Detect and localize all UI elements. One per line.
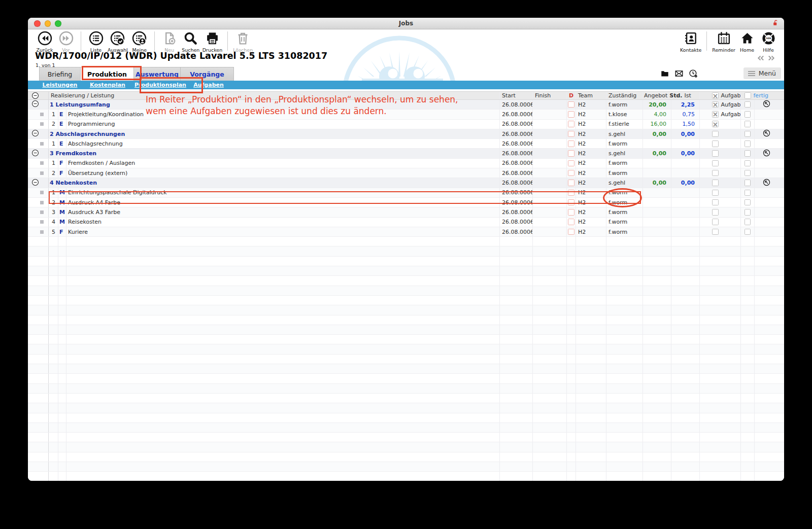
table-row-abschlagsrechnung[interactable]: 1EAbschlagsrechnung26.08.0006H2f.worm	[28, 139, 784, 149]
lock-open-icon[interactable]	[772, 19, 780, 28]
toolbar-liste-button[interactable]: Liste	[85, 31, 107, 53]
collapse-minus-icon[interactable]	[31, 100, 39, 109]
clock-gear-icon[interactable]	[689, 69, 698, 80]
row-collapse-cell[interactable]	[28, 149, 49, 158]
checkbox-empty[interactable]	[745, 160, 751, 167]
checkbox-empty[interactable]	[712, 219, 719, 225]
d-checkbox[interactable]	[568, 219, 574, 225]
d-checkbox[interactable]	[568, 131, 574, 137]
d-checkbox[interactable]	[568, 190, 574, 196]
checkbox-empty[interactable]	[745, 219, 751, 225]
d-checkbox[interactable]	[568, 170, 574, 177]
checkbox-empty[interactable]	[712, 199, 719, 206]
chevrons-left-icon[interactable]	[756, 55, 765, 61]
aufgabe-link-label[interactable]: Aufgabe	[721, 101, 741, 108]
toolbar-suchen-button[interactable]: Suchen	[180, 31, 201, 53]
table-row-ausdruck-a3-farbe[interactable]: 3MAusdruck A3 Farbe26.08.0006H2f.worm	[28, 207, 784, 217]
checkbox-checked[interactable]	[712, 121, 719, 127]
checkbox-empty[interactable]	[712, 229, 719, 235]
checkbox-empty[interactable]	[745, 140, 751, 147]
checkbox-empty[interactable]	[712, 170, 719, 177]
table-row-ausdruck-a4-farbe[interactable]: 2MAusdruck A4 Farbe26.08.0006H2f.worm	[28, 198, 784, 207]
toolbar-meine-button[interactable]: Meine	[129, 31, 150, 53]
d-checkbox[interactable]	[568, 121, 574, 127]
checkbox-empty[interactable]	[712, 140, 719, 147]
table-row-group-abschlagsrechnungen[interactable]: 2 Abschlagsrechnungen26.08.0006H2s.gehl0…	[28, 129, 784, 139]
d-checkbox[interactable]	[568, 140, 574, 147]
mail-icon[interactable]	[674, 69, 684, 80]
d-checkbox[interactable]	[568, 160, 574, 167]
toolbar-loeschen-button[interactable]: Löschen	[232, 31, 254, 53]
tab-produktion[interactable]: Produktion	[80, 67, 134, 81]
toolbar-zurueck-button[interactable]: Zurück	[34, 31, 55, 53]
checkbox-checked[interactable]	[712, 101, 719, 108]
collapse-minus-icon[interactable]	[31, 149, 39, 158]
checkbox-empty[interactable]	[745, 190, 751, 196]
toolbar-kontakte-button[interactable]: Kontakte	[679, 31, 702, 53]
tab-vorg-nge[interactable]: Vorgänge	[180, 67, 234, 81]
toolbar-auswahl-button[interactable]: Auswahl	[107, 31, 129, 53]
checkbox-empty[interactable]	[745, 229, 751, 235]
tab-auswertung[interactable]: Auswertung	[133, 67, 181, 81]
table-row-reisekosten[interactable]: 4MReisekosten26.08.0006H2f.worm	[28, 218, 784, 227]
checkbox-checked[interactable]	[712, 111, 719, 118]
table-row-group-leistungsumfang[interactable]: 1 Leistungsumfang26.08.0006H2f.worm20,00…	[28, 100, 784, 110]
toolbar-hilfe-button[interactable]: SOSHilfe	[758, 31, 779, 53]
table-row-übersetzung-extern-[interactable]: 2FÜbersetzung (extern)26.08.0006H2f.worm	[28, 168, 784, 178]
aufgabe-link-label[interactable]: Aufgabe	[721, 111, 741, 118]
chevrons-right-icon[interactable]	[767, 55, 776, 61]
d-checkbox[interactable]	[568, 180, 574, 186]
toolbar-vor-button[interactable]: Vor	[55, 31, 77, 53]
checkbox-empty[interactable]	[712, 209, 719, 216]
d-checkbox[interactable]	[568, 111, 574, 118]
checkbox-empty[interactable]	[745, 170, 751, 177]
row-collapse-cell[interactable]	[28, 100, 49, 109]
checkbox-empty[interactable]	[745, 180, 751, 186]
table-row-einrichtungspauschale-digitaldruck[interactable]: 1MEinrichtungspauschale Digitaldruck26.0…	[28, 188, 784, 198]
checkbox-empty[interactable]	[712, 160, 719, 167]
toolbar-neu-button[interactable]: Neu	[159, 31, 180, 53]
checkbox-empty[interactable]	[712, 150, 719, 157]
table-row-kuriere[interactable]: 5FKuriere26.08.0006H2f.worm	[28, 227, 784, 237]
checkbox-empty[interactable]	[712, 190, 719, 196]
checkbox-empty[interactable]	[745, 131, 751, 137]
jump-arrow-icon[interactable]	[763, 100, 770, 109]
table-row-projektleitung-koordination[interactable]: 1EProjektleitung/Koordination26.08.0006H…	[28, 110, 784, 119]
subtab-kostenplan[interactable]: Kostenplan	[81, 82, 134, 88]
subtab-produktionsplan[interactable]: Produktionsplan	[134, 82, 182, 88]
table-row-group-nebenkosten[interactable]: 4 Nebenkosten26.08.0006H2s.gehl0,000,00	[28, 178, 784, 188]
jump-arrow-icon[interactable]	[763, 149, 770, 158]
d-checkbox[interactable]	[568, 199, 574, 206]
toolbar-drucken-button[interactable]: Drucken	[201, 31, 224, 53]
toolbar-reminder-button[interactable]: Reminder	[711, 31, 736, 53]
tab-briefing[interactable]: Briefing	[39, 67, 81, 81]
collapse-minus-icon[interactable]	[31, 129, 39, 138]
subtab-aufgaben[interactable]: Aufgaben	[182, 82, 235, 88]
subtab-leistungen[interactable]: Leistungen	[39, 82, 81, 88]
d-checkbox[interactable]	[568, 101, 574, 108]
checkbox-empty[interactable]	[745, 199, 751, 206]
toolbar-home-button[interactable]: Home	[736, 31, 758, 53]
table-row-group-fremdkosten[interactable]: 3 Fremdkosten26.08.0006H2s.gehl0,000,00	[28, 149, 784, 158]
checkbox-empty[interactable]	[745, 121, 751, 127]
checkbox-empty[interactable]	[745, 111, 751, 118]
d-checkbox[interactable]	[568, 150, 574, 157]
checkbox-empty[interactable]	[745, 150, 751, 157]
d-checkbox[interactable]	[568, 229, 574, 235]
empty-cell	[58, 384, 66, 393]
checkbox-empty[interactable]	[712, 131, 719, 137]
checkbox-empty[interactable]	[745, 209, 751, 216]
collapse-all-cell[interactable]	[28, 92, 49, 99]
table-row-programmierung[interactable]: 2EProgrammierung26.08.0006H2f.stierle16,…	[28, 120, 784, 129]
row-collapse-cell[interactable]	[28, 178, 49, 187]
d-checkbox[interactable]	[568, 209, 574, 216]
row-collapse-cell[interactable]	[28, 129, 49, 138]
jump-arrow-icon[interactable]	[763, 179, 770, 188]
folder-icon[interactable]	[660, 69, 669, 80]
checkbox-empty[interactable]	[712, 180, 719, 186]
checkbox-empty[interactable]	[745, 101, 751, 108]
menu-button[interactable]: Menü	[743, 67, 781, 79]
collapse-minus-icon[interactable]	[31, 179, 39, 188]
jump-arrow-icon[interactable]	[763, 129, 770, 138]
table-row-fremdkosten-auslagen[interactable]: 1FFremdkosten / Auslagen26.08.0006H2f.wo…	[28, 159, 784, 168]
